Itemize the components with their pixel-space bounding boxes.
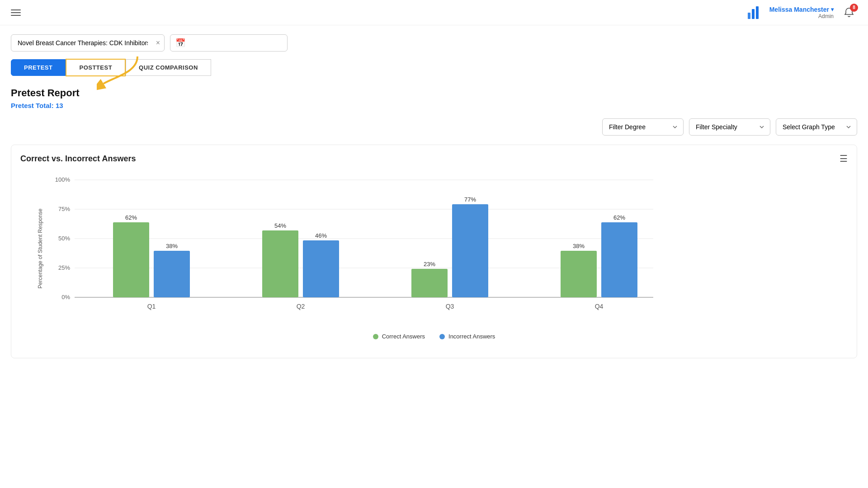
notification-button[interactable]: 8 <box>841 5 857 21</box>
user-info: Melissa Manchester ▾ Admin <box>769 6 834 19</box>
chart-legend: Correct Answers Incorrect Answers <box>20 333 848 340</box>
report-total-value: 13 <box>56 102 63 109</box>
header-left <box>11 9 21 16</box>
report-title: Pretest Report <box>11 87 857 99</box>
legend-incorrect-dot <box>439 334 445 339</box>
legend-incorrect: Incorrect Answers <box>439 333 495 340</box>
chevron-down-icon: ▾ <box>831 6 834 13</box>
search-wrapper: × <box>11 34 165 52</box>
header: Melissa Manchester ▾ Admin 8 <box>0 0 868 25</box>
svg-text:54%: 54% <box>274 222 286 229</box>
svg-text:Q4: Q4 <box>595 303 604 310</box>
svg-text:38%: 38% <box>166 243 178 249</box>
report-header: Pretest Report Pretest Total: 13 <box>11 87 857 109</box>
filters-row: Filter Degree Filter Specialty Select Gr… <box>11 118 857 136</box>
bar-q3-correct <box>411 269 448 297</box>
svg-text:23%: 23% <box>424 261 435 267</box>
tab-quiz-comparison[interactable]: QUIZ COMPARISON <box>126 59 211 76</box>
tab-posttest[interactable]: POSTTEST <box>66 59 126 76</box>
svg-text:46%: 46% <box>315 232 327 239</box>
svg-text:62%: 62% <box>613 214 625 221</box>
brand-icon <box>746 5 762 21</box>
legend-incorrect-label: Incorrect Answers <box>448 333 495 340</box>
notification-badge: 8 <box>850 4 858 12</box>
filter-specialty-select[interactable]: Filter Specialty <box>689 118 770 136</box>
bar-q1-correct <box>113 222 149 297</box>
svg-text:62%: 62% <box>125 214 137 221</box>
svg-text:100%: 100% <box>55 176 71 183</box>
y-axis-label: Percentage of Student Response <box>37 208 43 288</box>
svg-text:0%: 0% <box>61 294 70 300</box>
svg-text:Q3: Q3 <box>446 303 454 310</box>
chart-container: Correct vs. Incorrect Answers ☰ Percenta… <box>11 145 857 358</box>
main-content: × 📅 PRETEST POSTTEST QUIZ COMPARISON <box>0 25 868 367</box>
legend-correct-label: Correct Answers <box>382 333 425 340</box>
svg-text:77%: 77% <box>464 196 476 203</box>
select-graph-type[interactable]: Select Graph Type <box>776 118 857 136</box>
clear-search-button[interactable]: × <box>156 39 160 47</box>
chart-menu-button[interactable]: ☰ <box>840 154 848 163</box>
tabs-row: PRETEST POSTTEST QUIZ COMPARISON <box>11 59 857 76</box>
svg-text:25%: 25% <box>58 264 70 271</box>
search-input[interactable] <box>11 34 165 52</box>
svg-rect-2 <box>756 6 759 19</box>
top-controls: × 📅 <box>11 34 857 52</box>
date-input-wrapper: 📅 <box>170 34 288 52</box>
svg-text:38%: 38% <box>573 243 585 249</box>
chart-header: Correct vs. Incorrect Answers ☰ <box>20 154 848 164</box>
svg-text:50%: 50% <box>58 235 70 242</box>
tab-pretest[interactable]: PRETEST <box>11 59 66 76</box>
svg-text:75%: 75% <box>58 206 70 212</box>
bar-q1-incorrect <box>154 251 190 297</box>
user-role-text: Admin <box>818 13 834 19</box>
bar-q3-incorrect <box>452 204 488 297</box>
header-right: Melissa Manchester ▾ Admin 8 <box>746 5 857 21</box>
user-name-display[interactable]: Melissa Manchester ▾ <box>769 6 834 13</box>
bar-q4-incorrect <box>601 222 637 297</box>
bar-chart-svg: 100% 75% 50% 25% 0% 62% 38% Q1 54% <box>47 171 662 324</box>
report-total: Pretest Total: 13 <box>11 102 857 109</box>
bar-q4-correct <box>561 251 597 297</box>
chart-title: Correct vs. Incorrect Answers <box>20 154 136 164</box>
bar-q2-incorrect <box>303 240 339 297</box>
user-name-text: Melissa Manchester <box>769 6 829 13</box>
svg-rect-3 <box>748 13 750 19</box>
legend-correct: Correct Answers <box>373 333 425 340</box>
svg-text:Q2: Q2 <box>297 303 305 310</box>
filter-degree-select[interactable]: Filter Degree <box>602 118 684 136</box>
legend-correct-dot <box>373 334 378 339</box>
chart-svg-wrapper: Percentage of Student Response 100% 75% … <box>20 171 848 326</box>
date-input[interactable] <box>170 34 288 52</box>
hamburger-menu[interactable] <box>11 9 21 16</box>
svg-text:Q1: Q1 <box>147 303 156 310</box>
svg-rect-1 <box>752 9 755 19</box>
bar-q2-correct <box>262 230 298 297</box>
